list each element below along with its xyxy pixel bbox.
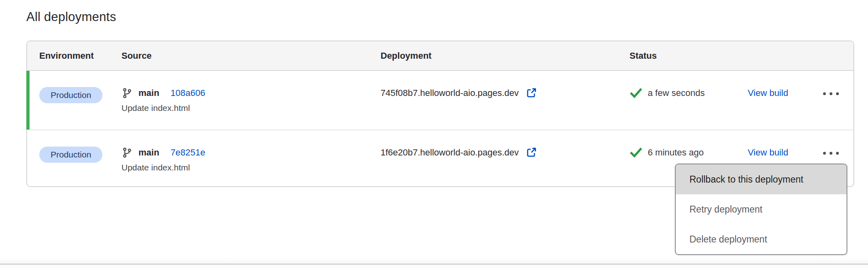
branch-name: main <box>138 88 159 98</box>
current-deployment-indicator <box>26 71 30 130</box>
more-options-button[interactable] <box>821 88 841 100</box>
branch-name: main <box>138 147 159 158</box>
success-check-icon <box>630 87 642 100</box>
column-header-environment: Environment <box>27 51 121 61</box>
external-link-icon[interactable] <box>525 87 537 99</box>
view-build-link[interactable]: View build <box>748 87 788 99</box>
actions-cell <box>821 71 853 130</box>
column-header-deployment: Deployment <box>381 51 630 61</box>
view-build-link[interactable]: View build <box>748 147 788 159</box>
deployment-cell: 1f6e20b7.helloworld-aio.pages.dev <box>381 130 630 188</box>
column-header-status: Status <box>630 51 748 61</box>
table-row: Production main 108a606 Update index.htm… <box>27 71 853 130</box>
ellipsis-icon <box>823 152 826 155</box>
page-bottom-area <box>0 265 868 268</box>
commit-link[interactable]: 7e8251e <box>170 147 205 158</box>
git-branch-icon <box>121 87 133 99</box>
ellipsis-icon <box>823 92 826 95</box>
page-title: All deployments <box>26 10 116 24</box>
commit-message: Update index.html <box>121 162 381 173</box>
menu-item-delete[interactable]: Delete deployment <box>676 224 847 254</box>
status-time: 6 minutes ago <box>648 147 704 158</box>
external-link-icon[interactable] <box>525 147 537 159</box>
more-options-button[interactable] <box>821 147 841 160</box>
status-cell: a few seconds <box>630 71 748 130</box>
source-cell: main 108a606 Update index.html <box>121 71 381 130</box>
success-check-icon <box>630 146 642 159</box>
environment-badge: Production <box>39 147 102 163</box>
menu-item-retry[interactable]: Retry deployment <box>676 194 847 224</box>
status-time: a few seconds <box>648 88 705 98</box>
environment-cell: Production <box>27 71 121 130</box>
page-bottom-strip <box>0 257 868 264</box>
deployments-page: All deployments Environment Source Deplo… <box>0 0 868 268</box>
menu-item-rollback[interactable]: Rollback to this deployment <box>676 164 847 194</box>
table-header-row: Environment Source Deployment Status <box>27 41 853 71</box>
deployment-url: 1f6e20b7.helloworld-aio.pages.dev <box>381 147 519 158</box>
commit-link[interactable]: 108a606 <box>170 88 205 98</box>
view-build-cell: View build <box>748 71 821 130</box>
environment-cell: Production <box>27 130 121 188</box>
source-cell: main 7e8251e Update index.html <box>121 130 381 188</box>
column-header-source: Source <box>121 51 381 61</box>
deployment-context-menu: Rollback to this deployment Retry deploy… <box>675 164 847 255</box>
commit-message: Update index.html <box>121 102 381 114</box>
deployment-url: 745f08b7.helloworld-aio.pages.dev <box>381 88 519 98</box>
deployment-cell: 745f08b7.helloworld-aio.pages.dev <box>381 71 630 130</box>
environment-badge: Production <box>39 87 102 103</box>
git-branch-icon <box>121 147 133 158</box>
